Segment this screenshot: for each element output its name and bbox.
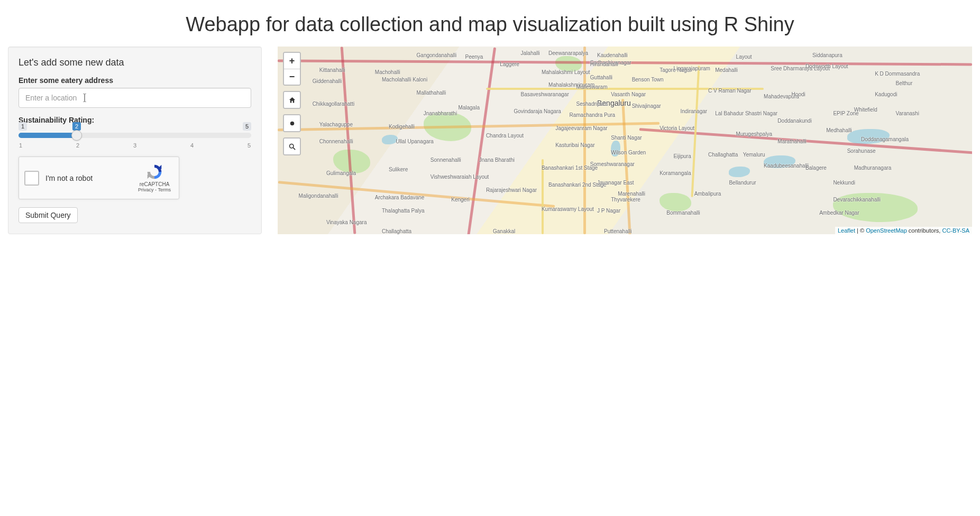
map-place-label: Lingarajapuram xyxy=(673,66,710,71)
recaptcha-terms-link[interactable]: Terms xyxy=(158,187,171,192)
slider-value-label: 2 xyxy=(72,122,81,131)
map-place-label: Kengeri xyxy=(451,197,469,202)
map-place-label: Yemaluru xyxy=(743,152,765,158)
recaptcha-brand: reCAPTCHA Privacy - Terms xyxy=(135,163,173,192)
map-place-label: Vasanth Nagar xyxy=(611,91,646,97)
map-place-label: J P Nagar xyxy=(597,208,620,214)
recaptcha-checkbox[interactable] xyxy=(24,171,39,186)
search-button[interactable] xyxy=(284,139,300,154)
map-place-label: Victoria Layout xyxy=(660,125,694,131)
map-place-label: Ullal Upanagara xyxy=(396,139,434,144)
map-place-label: Vinayaka Nagara xyxy=(326,219,367,225)
slider-handle[interactable] xyxy=(71,130,82,141)
map-place-label: Hoodi xyxy=(792,91,805,97)
map-place-label: Chikkagollarahatti xyxy=(313,101,355,107)
osm-link[interactable]: OpenStreetMap xyxy=(866,227,907,234)
map-place-label: Jalahalli xyxy=(521,50,540,56)
map-place-label: Rajarajeshwari Nagar xyxy=(486,187,537,193)
locate-button[interactable] xyxy=(284,115,300,131)
map-place-label: Dodsworth Layout xyxy=(805,63,848,69)
map-place-label: Deewanarapalya xyxy=(548,50,588,56)
slider-ticks: 12345 xyxy=(19,142,251,149)
map-place-label: Ambedkar Nagar xyxy=(819,210,859,216)
map-place-label: Giddenahalli xyxy=(313,78,342,84)
map-place-label: Gangondanahalli xyxy=(417,52,457,58)
map-place-label: Guttahalli xyxy=(590,75,612,80)
map-place-label: Sulikere xyxy=(389,167,408,172)
slider-max-label: 5 xyxy=(243,122,251,131)
map-place-label: Murugeshpalya xyxy=(736,131,772,137)
map-place-label: Sonnenahalli xyxy=(431,157,461,163)
map-place-label: Wilson Garden xyxy=(611,150,646,155)
recaptcha-widget: I'm not a robot reCAPTCHA Privacy - Term… xyxy=(19,156,179,199)
page-title: Webapp for data collection and map visua… xyxy=(8,13,972,36)
map-place-label: Seshadripura xyxy=(576,101,608,107)
map-place-label: Malagala xyxy=(458,105,480,110)
map-place-label: Thyvarekere xyxy=(611,197,640,202)
map-place-label: Mallathahalli xyxy=(417,90,446,96)
address-input[interactable] xyxy=(19,88,251,108)
rating-label: Sustainability Rating: xyxy=(19,116,251,124)
map-place-label: Jnanabharathi xyxy=(424,110,457,116)
zoom-in-button[interactable]: + xyxy=(284,53,300,69)
map-place-label: Challaghatta xyxy=(708,152,738,158)
svg-line-4 xyxy=(293,148,295,150)
map-place-label: Doddanagamangala xyxy=(861,136,909,142)
map-place-label: Peenya xyxy=(465,54,483,60)
map-place-label: Mahalakshmi Layout xyxy=(542,69,590,75)
map-place-label: Madhuranagara xyxy=(854,165,892,171)
submit-button[interactable]: Submit Query xyxy=(19,207,78,223)
slider-min-label: 1 xyxy=(19,122,27,131)
map-place-label: Jnana Bharathi xyxy=(479,157,515,163)
map-place-label: Banashankari 1st Stage xyxy=(542,165,598,171)
map-control-bar: + − xyxy=(283,52,301,155)
svg-point-3 xyxy=(289,144,294,148)
map-place-label: Yalachaguppe xyxy=(319,122,353,127)
leaflet-link[interactable]: Leaflet xyxy=(838,227,855,234)
map-place-label: Basaveshwaranagar xyxy=(521,91,569,97)
map-place-label: Layout xyxy=(736,54,752,60)
map-place-label: Kaadubeesanahalli xyxy=(764,163,809,169)
circle-dot-icon xyxy=(288,119,296,127)
recaptcha-text: I'm not a robot xyxy=(45,174,135,182)
map-place-label: Marathahalli xyxy=(777,139,806,144)
map-place-label: Kumaraswamy Layout xyxy=(542,206,594,212)
map-place-label: Doddanakundi xyxy=(777,118,812,124)
map-place-label: Bellandurur xyxy=(729,180,756,186)
map-place-label: Marenahalli xyxy=(618,191,645,197)
map-place-label: Lal Bahadur Shastri Nagar xyxy=(715,110,777,116)
map-place-label: Malleswaram xyxy=(576,84,608,90)
map-place-label: Benson Town xyxy=(632,77,664,82)
map-place-label: Chandra Layout xyxy=(486,133,524,139)
home-button[interactable] xyxy=(284,92,300,108)
recaptcha-privacy-link[interactable]: Privacy xyxy=(138,187,154,192)
map-place-label: Devarachikkanahalli xyxy=(833,197,881,202)
map-place-label: Puttenahalli xyxy=(604,228,631,234)
map-place-label: Bommanahalli xyxy=(666,210,700,216)
map-place-label: Balagere xyxy=(805,165,827,171)
map-place-label: Shivajinagar xyxy=(632,103,661,109)
recaptcha-icon xyxy=(146,163,163,180)
leaflet-map[interactable]: Bengaluru KittanahalliGiddenahalliChikka… xyxy=(278,47,972,234)
map-place-label: Challaghatta xyxy=(382,228,411,234)
map-place-label: Thalaghatta Palya xyxy=(382,208,425,214)
map-place-label: Ganakkal xyxy=(493,228,515,234)
map-place-label: Chonnenahalli xyxy=(319,139,353,144)
map-place-label: Machohalli xyxy=(375,69,400,75)
map-place-label: Ramachandra Pura xyxy=(569,112,615,118)
map-place-label: Eijipura xyxy=(673,153,691,159)
zoom-out-button[interactable]: − xyxy=(284,69,300,85)
map-place-label: Belthur xyxy=(896,80,913,86)
map-place-label: Varanashi xyxy=(896,110,919,116)
map-place-label: Maligondanahalli xyxy=(298,193,338,199)
license-link[interactable]: CC-BY-SA xyxy=(942,227,969,234)
map-place-label: Kittanahalli xyxy=(319,67,345,73)
map-place-label: K D Dommasandra xyxy=(875,71,920,77)
map-place-label: Sorahunase xyxy=(847,148,876,154)
rating-slider[interactable]: 1 5 2 12345 xyxy=(19,133,251,149)
address-group: Enter some eatery address xyxy=(19,76,251,108)
search-icon xyxy=(288,143,296,151)
map-place-label: Siddanapura xyxy=(812,52,842,58)
map-place-label: Medahalli xyxy=(715,67,738,73)
svg-point-2 xyxy=(290,121,294,125)
